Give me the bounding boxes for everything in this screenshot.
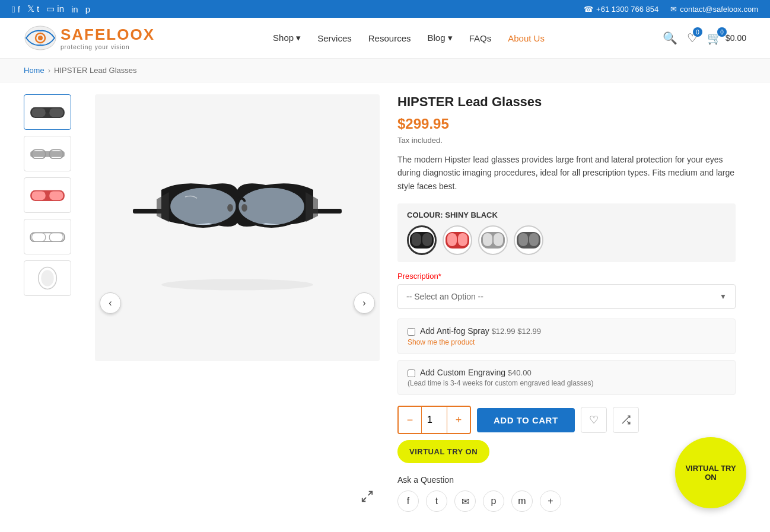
addon-antifog-link[interactable]: Show me the product — [408, 338, 726, 346]
contact-info: ☎ +61 1300 766 854 ✉ contact@safeloox.co… — [584, 5, 758, 14]
logo[interactable]: SAFELOOX protecting your vision — [24, 25, 155, 51]
prescription-section: Prescription* -- Select an Option -- Sin… — [397, 272, 736, 309]
search-icon: 🔍 — [663, 31, 677, 44]
breadcrumb-home[interactable]: Home — [24, 66, 44, 75]
breadcrumb-separator: › — [48, 66, 50, 75]
thumbnail-2[interactable] — [24, 136, 71, 171]
svg-rect-13 — [30, 232, 65, 241]
social-links:  f 𝕏 t ▭ in in p — [12, 4, 90, 14]
logo-svg — [24, 25, 57, 51]
facebook-share-icon: f — [407, 496, 409, 506]
wishlist-badge: 0 — [693, 27, 702, 37]
swatch-shiny-black[interactable] — [407, 225, 437, 255]
nav-services[interactable]: Services — [317, 33, 352, 43]
header: SAFELOOX protecting your vision Shop ▾ S… — [0, 18, 770, 59]
wishlist-button[interactable]: ♡ 0 — [687, 31, 698, 45]
thumbnail-3[interactable] — [24, 177, 71, 213]
add-to-cart-button[interactable]: ADD TO CART — [477, 408, 575, 432]
top-bar:  f 𝕏 t ▭ in in p ☎ +61 1300 766 854 ✉ c… — [0, 0, 770, 18]
heart-icon: ♡ — [589, 413, 599, 426]
svg-point-26 — [161, 279, 313, 290]
swatch-dark[interactable] — [514, 225, 543, 255]
svg-rect-39 — [518, 233, 528, 246]
main-product-image — [95, 94, 380, 361]
addon-antifog-label: Add Anti-fog Spray — [420, 326, 489, 336]
more-share-icon: + — [548, 496, 553, 506]
twitter-icon[interactable]: 𝕏 t — [27, 4, 39, 14]
thumbnail-4[interactable] — [24, 219, 71, 254]
colour-section: COLOUR: SHINY BLACK — [397, 203, 736, 262]
linkedin-icon[interactable]: in — [71, 4, 78, 14]
compare-button[interactable] — [613, 407, 639, 433]
product-svg — [123, 121, 351, 335]
prescription-label: Prescription* — [397, 272, 736, 281]
quantity-decrease-button[interactable]: − — [399, 407, 421, 433]
logo-text: SAFELOOX protecting your vision — [61, 26, 155, 50]
svg-rect-34 — [458, 233, 467, 246]
quantity-increase-button[interactable]: + — [447, 407, 470, 433]
svg-line-27 — [368, 492, 372, 495]
header-icons: 🔍 ♡ 0 🛒 0 $0.00 — [663, 31, 746, 45]
share-email-button[interactable]: ✉ — [454, 490, 476, 512]
svg-rect-31 — [422, 233, 432, 246]
compare-icon — [621, 415, 631, 425]
addon-antifog-row: Add Anti-fog Spray $12.99 $12.99 — [408, 326, 726, 336]
svg-point-24 — [227, 204, 233, 212]
twitter-share-icon: t — [435, 496, 438, 506]
svg-rect-30 — [412, 233, 421, 246]
share-pinterest-button[interactable]: p — [483, 490, 504, 512]
addon-engraving-info: Add Custom Engraving $40.00 — [420, 368, 532, 377]
nav-blog[interactable]: Blog ▾ — [427, 33, 452, 43]
nav-resources[interactable]: Resources — [368, 33, 411, 43]
addon-antifog-info: Add Anti-fog Spray $12.99 $12.99 — [420, 326, 541, 336]
thumbnail-5[interactable] — [24, 260, 71, 296]
addon-antifog-section: Add Anti-fog Spray $12.99 $12.99 Show me… — [397, 318, 736, 354]
addon-antifog-price: $12.99 — [492, 327, 516, 336]
svg-rect-37 — [494, 233, 503, 246]
facebook-icon[interactable]:  f — [12, 4, 20, 14]
prescription-select-wrapper: -- Select an Option -- Single Vision Bif… — [397, 284, 736, 309]
pinterest-icon[interactable]: p — [85, 4, 90, 14]
quantity-control: − + — [397, 406, 471, 434]
quantity-input[interactable] — [421, 407, 447, 433]
image-next-button[interactable]: › — [354, 292, 375, 314]
email-share-icon: ✉ — [462, 496, 469, 507]
main-image-section: ‹ › — [95, 94, 380, 512]
addon-engraving-label: Add Custom Engraving — [420, 368, 505, 377]
swatch-red[interactable] — [443, 225, 472, 255]
svg-point-25 — [241, 204, 247, 212]
phone-info: ☎ +61 1300 766 854 — [584, 5, 658, 14]
share-more-button[interactable]: + — [540, 490, 561, 512]
svg-rect-15 — [49, 232, 63, 241]
share-messenger-button[interactable]: m — [511, 490, 533, 512]
swatch-silver[interactable] — [478, 225, 508, 255]
addon-engraving-row: Add Custom Engraving $40.00 — [408, 368, 726, 377]
svg-rect-11 — [32, 191, 46, 200]
wishlist-button[interactable]: ♡ — [581, 407, 607, 433]
image-prev-button[interactable]: ‹ — [100, 292, 121, 314]
addon-antifog-checkbox[interactable] — [408, 328, 415, 336]
instagram-icon[interactable]: ▭ in — [46, 4, 64, 14]
addon-engraving-price: $40.00 — [508, 368, 532, 377]
svg-rect-6 — [46, 111, 50, 113]
share-facebook-button[interactable]: f — [397, 490, 419, 512]
messenger-share-icon: m — [518, 496, 526, 506]
share-twitter-button[interactable]: t — [426, 490, 447, 512]
nav-shop[interactable]: Shop ▾ — [273, 33, 301, 43]
cart-button[interactable]: 🛒 0 $0.00 — [707, 31, 746, 45]
prescription-select[interactable]: -- Select an Option -- Single Vision Bif… — [398, 285, 735, 308]
virtual-try-on-circle[interactable]: VIRTUAL TRY ON — [675, 437, 746, 508]
nav-faqs[interactable]: FAQs — [469, 33, 492, 43]
image-expand-button[interactable] — [361, 490, 374, 506]
cart-total: $0.00 — [726, 33, 746, 43]
email-info: ✉ contact@safeloox.com — [670, 5, 758, 14]
search-button[interactable]: 🔍 — [663, 31, 677, 45]
product-page: ‹ › HIPSTER Lead Glasses $299.95 Tax inc… — [0, 82, 759, 524]
thumbnail-1[interactable] — [24, 94, 71, 130]
svg-point-2 — [38, 36, 43, 40]
tax-info: Tax included. — [397, 136, 736, 145]
phone-icon: ☎ — [584, 5, 593, 14]
virtual-try-on-button[interactable]: VIRTUAL TRY ON — [397, 440, 489, 463]
nav-about[interactable]: About Us — [508, 33, 545, 43]
addon-engraving-checkbox[interactable] — [408, 369, 415, 377]
